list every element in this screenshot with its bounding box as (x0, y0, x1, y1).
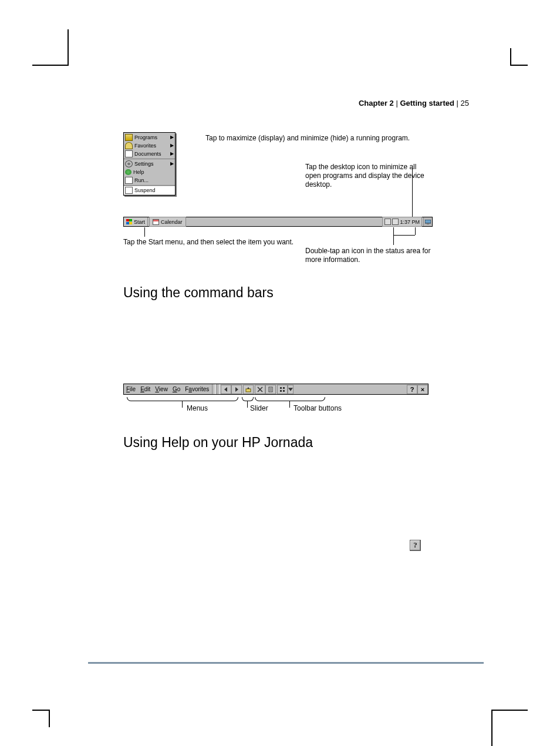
crop-mark (491, 710, 492, 746)
tray-icon[interactable] (384, 219, 391, 225)
menu-item-help[interactable]: Help (133, 170, 174, 175)
help-icon (125, 169, 131, 175)
submenu-arrow-icon: ▶ (170, 152, 174, 156)
header-page: 25 (461, 99, 469, 107)
callout-leader (393, 227, 394, 245)
svg-rect-5 (283, 387, 285, 389)
callout-maximize: Tap to maximize (display) and minimize (… (205, 134, 410, 143)
view-mode-dropdown[interactable] (288, 385, 294, 394)
callout-start-menu: Tap the Start menu, and then select the … (123, 238, 294, 247)
crop-mark (511, 65, 528, 66)
label-slider: Slider (250, 404, 268, 412)
view-mode-button[interactable] (277, 385, 288, 394)
programs-icon (125, 134, 133, 141)
menu-favorites[interactable]: Favorites (183, 384, 211, 394)
close-button[interactable]: × (417, 385, 428, 394)
menu-item-settings[interactable]: Settings (134, 162, 170, 167)
crop-mark (510, 48, 511, 66)
submenu-arrow-icon: ▶ (170, 143, 174, 148)
menu-go[interactable]: Go (170, 384, 183, 394)
help-button[interactable]: ? (407, 385, 417, 394)
menu-item-suspend[interactable]: Suspend (134, 188, 174, 193)
favorites-icon (125, 142, 133, 149)
taskbar: Start Calendar 1:37 PM (123, 217, 433, 227)
heading-using-help: Using Help on your HP Jornada (123, 435, 313, 451)
windows-flag-icon (126, 219, 132, 224)
header-chapter: Chapter 2 (359, 99, 394, 107)
calendar-icon (153, 219, 159, 225)
run-icon (125, 177, 133, 184)
start-button[interactable]: Start (124, 217, 148, 226)
svg-rect-4 (280, 387, 282, 389)
menu-item-programs[interactable]: Programs (134, 135, 170, 140)
header-section: Getting started (400, 99, 454, 107)
crop-mark (49, 710, 50, 727)
callout-leader (144, 227, 145, 237)
crop-mark (32, 710, 49, 711)
toolbar-grip[interactable] (212, 384, 215, 394)
svg-rect-6 (280, 390, 282, 392)
svg-rect-0 (425, 220, 431, 223)
show-desktop-button[interactable] (423, 217, 432, 226)
figure-start-menu: Programs▶ Favorites▶ Documents▶ Settings… (123, 132, 431, 238)
svg-rect-1 (427, 223, 429, 224)
forward-button[interactable] (231, 385, 242, 394)
label-toolbar-buttons: Toolbar buttons (294, 404, 342, 412)
menu-item-run[interactable]: Run... (134, 178, 174, 183)
label-menus: Menus (187, 404, 208, 412)
page: Chapter 2 | Getting started | 25 Program… (0, 0, 560, 746)
crop-mark (68, 29, 69, 66)
documents-icon (125, 150, 133, 157)
back-button[interactable] (221, 385, 231, 394)
menu-view[interactable]: View (153, 384, 170, 394)
menu-edit[interactable]: Edit (138, 384, 153, 394)
menu-item-favorites[interactable]: Favorites (134, 143, 170, 149)
page-footer-rule (88, 662, 484, 664)
settings-icon (125, 160, 133, 167)
desktop-icon (425, 220, 431, 224)
start-menu[interactable]: Programs▶ Favorites▶ Documents▶ Settings… (123, 132, 176, 196)
task-label: Calendar (161, 219, 183, 225)
heading-command-bars: Using the command bars (123, 285, 274, 301)
svg-rect-7 (283, 390, 285, 392)
page-header: Chapter 2 | Getting started | 25 (359, 99, 469, 107)
menu-file[interactable]: File (124, 384, 138, 394)
figure-command-bar: File Edit View Go Favorites ? × (123, 384, 429, 418)
toolbar-grip[interactable] (217, 384, 220, 394)
svg-rect-2 (246, 389, 251, 392)
delete-button[interactable] (255, 385, 265, 394)
taskbar-task-calendar[interactable]: Calendar (149, 217, 186, 227)
inline-help-button[interactable]: ? (410, 540, 421, 551)
callout-leader (412, 169, 413, 217)
up-folder-button[interactable] (243, 385, 254, 394)
callout-status-area: Double-tap an icon in the status area fo… (305, 247, 431, 264)
menu-item-documents[interactable]: Documents (134, 152, 170, 157)
system-tray[interactable]: 1:37 PM (382, 217, 422, 227)
command-bar-labels: Menus Slider Toolbar buttons (123, 395, 429, 418)
tray-clock[interactable]: 1:37 PM (400, 219, 420, 225)
callout-leader (393, 235, 415, 236)
callout-leader (415, 227, 416, 235)
start-label: Start (134, 219, 145, 225)
command-bar: File Edit View Go Favorites ? × (123, 384, 429, 395)
submenu-arrow-icon: ▶ (170, 162, 174, 166)
submenu-arrow-icon: ▶ (170, 135, 174, 140)
crop-mark (492, 710, 528, 711)
tray-icon[interactable] (392, 219, 399, 225)
suspend-icon (125, 187, 133, 194)
crop-mark (32, 65, 68, 66)
properties-button[interactable] (265, 385, 276, 394)
